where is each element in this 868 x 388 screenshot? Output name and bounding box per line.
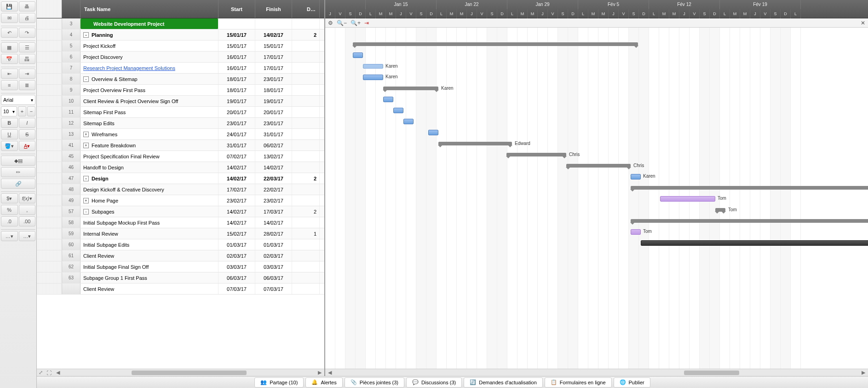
dur-col-header[interactable]: D… [292,0,320,18]
formula-icon[interactable]: f(x)▾ [19,193,36,203]
table-row[interactable]: 49+Home Page23/02/1723/02/17 [37,195,324,206]
bottom-refresh-button[interactable]: 🔄Demandes d'actualisation [464,377,543,388]
size-select[interactable]: 10▾ [1,106,17,116]
table-row[interactable]: 8-Overview & Sitemap18/01/1723/01/17 [37,74,324,85]
toggle-icon[interactable]: - [83,176,89,181]
gantt-bar[interactable] [393,108,403,113]
gantt-bar[interactable]: Karen [363,75,383,80]
bottom-form-button[interactable]: 📋Formulaires en ligne [545,377,612,388]
outdent-icon[interactable]: ≡ [1,80,18,90]
highlight-icon[interactable]: ✏ [1,167,35,177]
table-row[interactable]: 45Project Specification Final Review07/0… [37,151,324,162]
table-row[interactable]: 58Initial Subpage Mockup First Pass14/02… [37,217,324,228]
goto-today-icon[interactable]: ⇥ [364,20,369,26]
table-row[interactable]: 61Client Review02/03/1702/03/17 [37,250,324,261]
indent-right-icon[interactable]: ⇥ [19,69,36,79]
gantt-bar[interactable] [631,219,868,223]
table-row[interactable]: 62Initial Subpage Final Sign Off03/03/17… [37,261,324,272]
bottom-bell-button[interactable]: 🔔Alertes [305,377,342,388]
gear-icon[interactable]: ⚙ [328,20,333,26]
table-row[interactable]: 7Research Project Management Solutions16… [37,63,324,74]
gantt-bar[interactable]: Karen [631,174,641,180]
italic-icon[interactable]: I [19,118,36,128]
grid-view-icon[interactable]: ▦ [1,42,18,52]
table-row[interactable]: Client Review07/03/1707/03/17 [37,284,324,295]
gantt-bar[interactable] [428,130,438,135]
toggle-icon[interactable]: - [83,76,89,82]
close-gantt-icon[interactable]: ✕ [861,20,865,26]
underline-icon[interactable]: U [1,129,18,139]
table-row[interactable]: 47-Design14/02/1722/03/172 [37,173,324,184]
table-row[interactable]: 12Sitemap Edits23/01/1723/01/17 [37,118,324,129]
conditional-format-icon[interactable]: ◆▤ [1,156,35,166]
table-row[interactable]: 46Handoff to Design14/02/1714/02/17 [37,162,324,173]
gantt-view-icon[interactable]: ☰ [19,42,36,52]
table-row[interactable]: 48Design Kickoff & Creative Discovery17/… [37,184,324,195]
gantt-bar[interactable] [641,240,868,246]
size-minus-icon[interactable]: − [27,106,35,116]
bottom-share-button[interactable]: 👥Partage (10) [254,377,304,388]
gantt-bar[interactable]: Tom [660,196,715,202]
redo-icon[interactable]: ↷ [19,28,36,38]
zoom-in-icon[interactable]: 🔍+ [351,20,361,26]
currency-icon[interactable]: $▾ [1,193,18,203]
table-row[interactable]: 3Website Development Project [37,18,324,29]
gantt-bar[interactable]: Chris [506,153,566,156]
print-icon[interactable]: 🖶 [19,1,36,12]
table-row[interactable]: 4-Planning15/01/1714/02/172 [37,29,324,41]
undo-icon[interactable]: ↶ [1,28,18,38]
percent-icon[interactable]: % [1,205,18,215]
table-row[interactable]: 41+Feature Breakdown31/01/1706/02/17 [37,140,324,151]
gantt-bar[interactable]: Tom [715,208,725,212]
gantt-bar[interactable]: Karen [383,87,438,90]
table-row[interactable]: 60Initial Subpage Edits01/03/1701/03/17 [37,239,324,250]
bottom-chat-button[interactable]: 💬Discussions (3) [406,377,462,388]
table-row[interactable]: 63Subpage Group 1 First Pass06/03/1706/0… [37,272,324,284]
finish-col-header[interactable]: Finish [255,0,292,18]
dec-inc-icon[interactable]: .0 [1,216,18,226]
table-row[interactable]: 11Sitemap First Pass20/01/1720/01/17 [37,107,324,118]
more1-icon[interactable]: …▾ [1,231,18,241]
calendar-icon[interactable]: 📅 [1,54,18,64]
rownum-col-header[interactable] [62,0,80,18]
toggle-icon[interactable]: + [83,143,89,148]
dec-dec-icon[interactable]: .00 [19,216,36,226]
bold-icon[interactable]: B [1,118,18,128]
gantt-hscroll[interactable]: ◀ ▶ [325,369,868,376]
link-icon[interactable]: 🔗 [1,179,35,189]
font-select[interactable]: Arial▾ [1,95,35,105]
save-icon[interactable]: 💾 [1,1,18,12]
text-color-icon[interactable]: A▾ [19,141,36,151]
zoom-out-icon[interactable]: 🔍− [337,20,347,26]
indent-left-icon[interactable]: ⇤ [1,69,18,79]
gantt-bar[interactable]: Chris [566,164,631,168]
thousands-icon[interactable]: , [19,205,36,215]
table-row[interactable]: 6Project Discovery16/01/1717/01/17 [37,52,324,63]
toggle-icon[interactable]: - [83,32,89,38]
table-row[interactable]: 9Project Overview First Pass18/01/1718/0… [37,85,324,96]
grid-hscroll[interactable]: ⤢ ⛶ ◀ ▶ [37,369,324,376]
gantt-bar[interactable] [353,52,363,58]
start-col-header[interactable]: Start [218,0,255,18]
print2-icon[interactable]: 🖨 [19,13,36,23]
toggle-icon[interactable]: + [83,198,89,203]
gantt-bar[interactable] [353,42,638,46]
gantt-bar[interactable]: Tom [631,229,641,235]
collapse-icon[interactable]: ≣ [19,80,36,90]
size-plus-icon[interactable]: + [18,106,26,116]
table-row[interactable]: 13+Wireframes24/01/1731/01/17 [37,129,324,140]
gantt-bar[interactable]: Edward [438,142,512,145]
mail-icon[interactable]: ✉ [1,13,18,23]
gantt-bar[interactable] [383,97,393,102]
task-col-header[interactable]: Task Name [80,0,218,18]
table-row[interactable]: 59Internal Review15/02/1728/02/171 [37,228,324,239]
gantt-bar[interactable] [403,119,414,124]
table-row[interactable]: 10Client Review & Project Overview Sign … [37,96,324,107]
toggle-icon[interactable]: + [83,132,89,137]
bottom-globe-button[interactable]: 🌐Publier [614,377,650,388]
toggle-icon[interactable]: - [83,209,89,214]
strike-icon[interactable]: S [19,129,36,139]
table-row[interactable]: 5Project Kickoff15/01/1715/01/17 [37,41,324,52]
gantt-bar[interactable]: Karen [363,64,383,69]
gantt-bar[interactable] [631,186,868,190]
